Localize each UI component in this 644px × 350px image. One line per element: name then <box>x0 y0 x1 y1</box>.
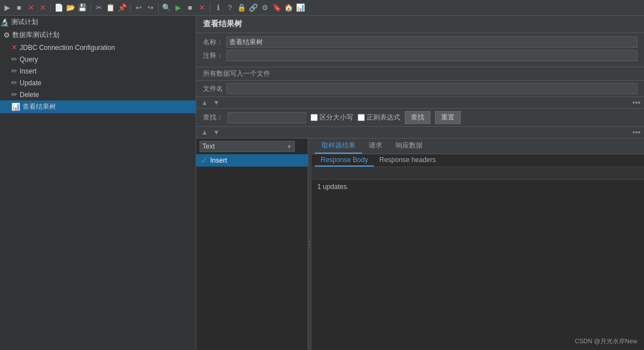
filename-input[interactable] <box>226 83 637 94</box>
toolbar-row-1: ▲ ▼ ••• <box>196 97 644 109</box>
insert-success-icon: ✓ <box>201 156 207 165</box>
arrow2-up-btn[interactable]: ▲ <box>200 128 210 137</box>
write-all-label: 所有数据写入一个文件 <box>203 70 270 77</box>
toolbar-icon-remote-stop[interactable]: ■ <box>185 3 195 13</box>
dropdown-value: Text <box>202 142 215 150</box>
response-content: 1 updates. <box>317 183 638 191</box>
arrow-down-btn[interactable]: ▼ <box>211 98 221 107</box>
toolbar-icon-cut[interactable]: ✂ <box>94 3 104 13</box>
toolbar-left: ▲ ▼ <box>200 98 221 107</box>
sidebar-item-db-test-plan[interactable]: ⚙ 数据库测试计划 <box>0 29 196 42</box>
format-dropdown[interactable]: Text ▼ <box>200 141 295 152</box>
regex-checkbox[interactable] <box>358 114 365 121</box>
main-layout: 🔬 测试计划 ⚙ 数据库测试计划 ✕ JDBC Connection Confi… <box>0 16 644 350</box>
sub-tab-response-headers[interactable]: Response headers <box>374 154 442 167</box>
write-all-section: 所有数据写入一个文件 <box>196 67 644 81</box>
splitter-dot-2 <box>309 244 311 245</box>
arrow2-down-btn[interactable]: ▼ <box>211 128 221 137</box>
toolbar-icon-stop[interactable]: ■ <box>14 3 24 13</box>
toolbar-icon-save[interactable]: 💾 <box>77 3 87 13</box>
test-plan-label: 测试计划 <box>11 17 38 27</box>
delete-icon: ✏ <box>11 90 17 99</box>
content-header: 查看结果树 <box>196 16 644 33</box>
tab-request[interactable]: 请求 <box>362 139 389 154</box>
sidebar-item-delete[interactable]: ✏ Delete <box>0 89 196 100</box>
toolbar-icon-clear[interactable]: ✕ <box>38 3 48 13</box>
regex-label: 正则表达式 <box>358 113 400 122</box>
toolbar-icon-paste[interactable]: 📌 <box>117 3 127 13</box>
toolbar-row-2: ▲ ▼ ••• <box>196 127 644 139</box>
toolbar-icon-bookmark[interactable]: 🔖 <box>272 3 282 13</box>
db-test-plan-icon: ⚙ <box>3 31 10 39</box>
tree-item-insert[interactable]: ✓ Insert <box>196 154 308 167</box>
content-title: 查看结果树 <box>203 19 242 28</box>
comment-label: 注释： <box>203 51 223 61</box>
sidebar-item-insert[interactable]: ✏ Insert <box>0 65 196 77</box>
tree-item-label: Insert <box>210 156 227 164</box>
right-panel: 取样器结果 请求 响应数据 Response Body Response hea… <box>312 139 644 350</box>
insert-label: Insert <box>20 67 36 75</box>
splitter-dot-1 <box>309 241 311 242</box>
toolbar-icon-redo[interactable]: ↪ <box>145 3 155 13</box>
toolbar-icon-remote-kill[interactable]: ✕ <box>197 3 207 13</box>
reset-button[interactable]: 重置 <box>435 111 461 124</box>
toolbar-right: ••• <box>632 98 641 107</box>
toolbar-separator-4 <box>158 3 159 12</box>
sidebar-item-view-results-tree[interactable]: 📊 查看结果树 <box>0 100 196 113</box>
tab-response-data[interactable]: 响应数据 <box>389 139 429 154</box>
toolbar-icon-help[interactable]: ? <box>225 3 235 13</box>
jdbc-config-icon: ✕ <box>11 43 17 52</box>
more-options-btn[interactable]: ••• <box>632 98 641 107</box>
toolbar-icon-home[interactable]: 🏠 <box>284 3 294 13</box>
tab-sampler-result[interactable]: 取样器结果 <box>315 139 362 154</box>
jdbc-config-label: JDBC Connection Configuration <box>20 44 115 52</box>
search-row: 查找： 区分大小写 正则表达式 查找 重置 <box>196 109 644 127</box>
search-input[interactable] <box>228 112 306 123</box>
comment-row: 注释： <box>203 50 637 61</box>
toolbar-icon-link[interactable]: 🔗 <box>248 3 258 13</box>
toolbar-icon-kill[interactable]: ✕ <box>26 3 36 13</box>
name-label: 名称： <box>203 38 223 47</box>
splitter-dots <box>309 241 311 248</box>
toolbar-icon-open[interactable]: 📂 <box>66 3 76 13</box>
sub-tab-response-body[interactable]: Response Body <box>315 154 374 167</box>
left-panel-content: ✓ Insert <box>196 154 308 350</box>
left-panel: Text ▼ ✓ Insert <box>196 139 308 350</box>
toolbar-icon-settings[interactable]: ⚙ <box>260 3 270 13</box>
search-label: 查找： <box>203 113 223 122</box>
sidebar-item-test-plan[interactable]: 🔬 测试计划 <box>0 16 196 29</box>
toolbar-icon-ssl[interactable]: 🔒 <box>237 3 247 13</box>
toolbar-separator-5 <box>210 3 210 12</box>
toolbar-icon-extra[interactable]: 📊 <box>295 3 305 13</box>
toolbar-icon-run[interactable]: ▶ <box>2 3 12 13</box>
toolbar-icon-remote-start[interactable]: ▶ <box>173 3 183 13</box>
find-button[interactable]: 查找 <box>405 111 430 124</box>
query-label: Query <box>20 56 38 63</box>
response-toolbar <box>312 167 644 179</box>
toolbar-icon-copy[interactable]: 📋 <box>105 3 115 13</box>
sidebar-item-query[interactable]: ✏ Query <box>0 53 196 65</box>
sidebar-item-update[interactable]: ✏ Update <box>0 77 196 89</box>
case-sensitive-checkbox[interactable] <box>311 114 318 121</box>
response-area: 1 updates. <box>312 179 644 350</box>
comment-input[interactable] <box>226 50 637 61</box>
toolbar-icon-info[interactable]: ℹ <box>213 3 223 13</box>
insert-icon: ✏ <box>11 67 17 75</box>
toolbar-icon-new[interactable]: 📄 <box>54 3 64 13</box>
content-area: 查看结果树 名称： 注释： 所有数据写入一个文件 文件名 ▲ ▼ <box>196 16 644 350</box>
toolbar-separator-1 <box>50 3 51 12</box>
toolbar-icon-undo[interactable]: ↩ <box>133 3 143 13</box>
view-results-tree-icon: 📊 <box>11 103 20 111</box>
test-plan-icon: 🔬 <box>0 18 9 26</box>
case-sensitive-label: 区分大小写 <box>311 113 353 122</box>
toolbar-separator-2 <box>90 3 91 12</box>
sidebar-item-jdbc-config[interactable]: ✕ JDBC Connection Configuration <box>0 42 196 53</box>
toolbar-icon-search[interactable]: 🔍 <box>161 3 172 13</box>
delete-label: Delete <box>20 91 39 99</box>
more-options2-btn[interactable]: ••• <box>632 128 641 137</box>
db-test-plan-label: 数据库测试计划 <box>12 30 59 40</box>
name-input[interactable] <box>226 36 637 48</box>
toolbar-separator-3 <box>130 3 131 12</box>
arrow-up-btn[interactable]: ▲ <box>200 98 210 107</box>
toolbar2-right: ••• <box>632 128 641 137</box>
